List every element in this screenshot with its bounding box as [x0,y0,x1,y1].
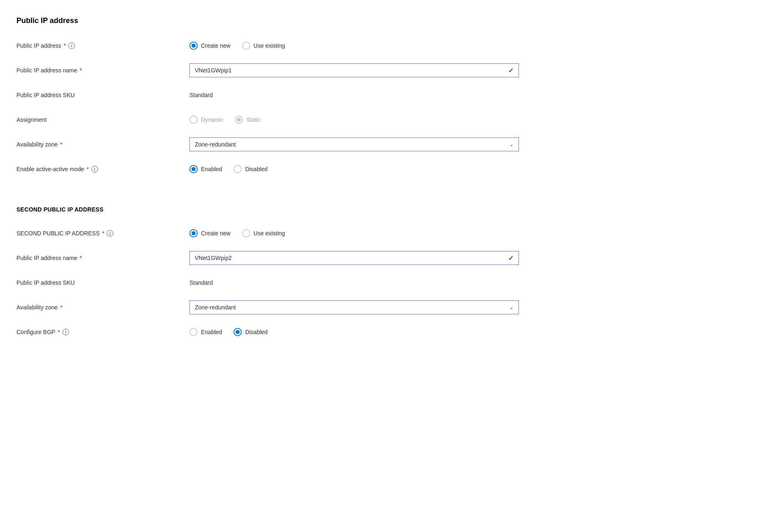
second-section: SECOND PUBLIC IP ADDRESS SECOND PUBLIC I… [16,186,519,349]
active-active-control: Enabled Disabled [189,165,519,173]
public-ip-sku-row: Public IP address SKU Standard [16,84,519,106]
active-active-disabled-option[interactable]: Disabled [233,165,267,173]
configure-bgp-radio-group: Enabled Disabled [189,328,268,336]
availability-zone-dropdown[interactable]: Zone-redundant ⌄ [189,137,519,151]
assignment-label-text: Assignment [16,116,47,123]
second-availability-zone-label: Availability zone * [16,304,189,311]
active-active-disabled-label: Disabled [245,166,267,172]
availability-zone-value: Zone-redundant [195,141,236,148]
public-ip-sku-label-text: Public IP address SKU [16,92,75,98]
active-active-required: * [86,166,89,172]
second-public-ip-name-control: ✓ [189,251,519,265]
second-public-ip-create-new-radio[interactable] [189,229,198,237]
public-ip-use-existing-label: Use existing [254,42,285,49]
second-public-ip-address-required: * [102,230,104,237]
assignment-label: Assignment [16,116,189,123]
availability-zone-row: Availability zone * Zone-redundant ⌄ [16,134,519,155]
public-ip-use-existing-option[interactable]: Use existing [242,42,285,50]
public-ip-create-new-dot [191,44,196,48]
second-availability-zone-label-text: Availability zone [16,304,58,311]
second-availability-zone-value: Zone-redundant [195,304,236,311]
second-public-ip-address-radio-group: Create new Use existing [189,229,285,237]
second-public-ip-create-new-option[interactable]: Create new [189,229,231,237]
configure-bgp-disabled-option[interactable]: Disabled [233,328,267,336]
assignment-control: Dynamic Static [189,116,519,124]
second-availability-zone-dropdown[interactable]: Zone-redundant ⌄ [189,300,519,314]
second-public-ip-sku-label: Public IP address SKU [16,279,189,286]
public-ip-name-input[interactable] [190,64,518,77]
public-ip-name-required: * [80,67,82,74]
second-public-ip-name-check-icon: ✓ [508,254,514,262]
second-public-ip-address-label-text: SECOND PUBLIC IP ADDRESS [16,230,100,237]
active-active-row: Enable active-active mode * i Enabled Di… [16,158,519,180]
second-public-ip-use-existing-label: Use existing [254,230,285,237]
active-active-enabled-dot [191,167,196,171]
second-public-ip-use-existing-radio[interactable] [242,229,250,237]
active-active-enabled-radio[interactable] [189,165,198,173]
public-ip-sku-control: Standard [189,92,519,98]
public-ip-address-required: * [64,42,66,49]
first-section: Public IP address Public IP address * i … [16,13,519,186]
configure-bgp-disabled-label: Disabled [245,329,267,335]
second-public-ip-address-label: SECOND PUBLIC IP ADDRESS * i [16,230,189,237]
public-ip-address-label: Public IP address * i [16,42,189,49]
availability-zone-control: Zone-redundant ⌄ [189,137,519,151]
second-public-ip-address-row: SECOND PUBLIC IP ADDRESS * i Create new … [16,223,519,244]
assignment-dynamic-label: Dynamic [201,116,223,123]
configure-bgp-info-icon[interactable]: i [63,329,69,335]
configure-bgp-label-text: Configure BGP [16,329,55,335]
configure-bgp-disabled-dot [236,330,240,334]
active-active-enabled-label: Enabled [201,166,222,172]
second-public-ip-name-label-text: Public IP address name [16,255,77,261]
public-ip-address-info-icon[interactable]: i [68,42,75,49]
public-ip-address-control: Create new Use existing [189,42,519,50]
assignment-dynamic-radio [189,116,198,124]
second-public-ip-name-label: Public IP address name * [16,255,189,261]
second-public-ip-name-required: * [80,255,82,261]
second-availability-zone-required: * [60,304,62,311]
first-section-title: Public IP address [16,16,519,25]
public-ip-address-label-text: Public IP address [16,42,61,49]
public-ip-name-label-text: Public IP address name [16,67,77,74]
second-public-ip-name-input[interactable] [190,251,518,265]
public-ip-name-check-icon: ✓ [508,67,514,74]
active-active-radio-group: Enabled Disabled [189,165,268,173]
configure-bgp-enabled-option[interactable]: Enabled [189,328,222,336]
configure-bgp-enabled-radio[interactable] [189,328,198,336]
second-public-ip-sku-label-text: Public IP address SKU [16,279,75,286]
configure-bgp-disabled-radio[interactable] [233,328,242,336]
active-active-disabled-radio[interactable] [233,165,242,173]
public-ip-create-new-radio[interactable] [189,42,198,50]
second-public-ip-address-info-icon[interactable]: i [107,230,113,237]
active-active-label-text: Enable active-active mode [16,166,84,172]
second-availability-zone-row: Availability zone * Zone-redundant ⌄ [16,297,519,318]
second-section-title: SECOND PUBLIC IP ADDRESS [16,206,519,213]
configure-bgp-row: Configure BGP * i Enabled Disabled [16,321,519,343]
assignment-static-label: Static [246,116,261,123]
second-public-ip-sku-row: Public IP address SKU Standard [16,272,519,293]
page-container: Public IP address Public IP address * i … [16,13,519,349]
assignment-radio-group: Dynamic Static [189,116,261,124]
availability-zone-label-text: Availability zone [16,141,58,148]
public-ip-name-label: Public IP address name * [16,67,189,74]
second-public-ip-name-row: Public IP address name * ✓ [16,247,519,269]
second-availability-zone-chevron-icon: ⌄ [509,304,514,310]
availability-zone-label: Availability zone * [16,141,189,148]
public-ip-create-new-option[interactable]: Create new [189,42,231,50]
second-public-ip-sku-control: Standard [189,279,519,286]
configure-bgp-required: * [58,329,60,335]
public-ip-use-existing-radio[interactable] [242,42,250,50]
second-availability-zone-control: Zone-redundant ⌄ [189,300,519,314]
active-active-info-icon[interactable]: i [91,166,98,172]
public-ip-name-row: Public IP address name * ✓ [16,60,519,81]
configure-bgp-label: Configure BGP * i [16,329,189,335]
availability-zone-chevron-icon: ⌄ [509,142,514,147]
public-ip-sku-value: Standard [189,92,213,98]
active-active-enabled-option[interactable]: Enabled [189,165,222,173]
public-ip-name-input-wrapper: ✓ [189,63,519,77]
second-public-ip-create-new-label: Create new [201,230,231,237]
second-public-ip-create-new-dot [191,231,196,235]
configure-bgp-enabled-label: Enabled [201,329,222,335]
assignment-dynamic-option: Dynamic [189,116,223,124]
second-public-ip-use-existing-option[interactable]: Use existing [242,229,285,237]
